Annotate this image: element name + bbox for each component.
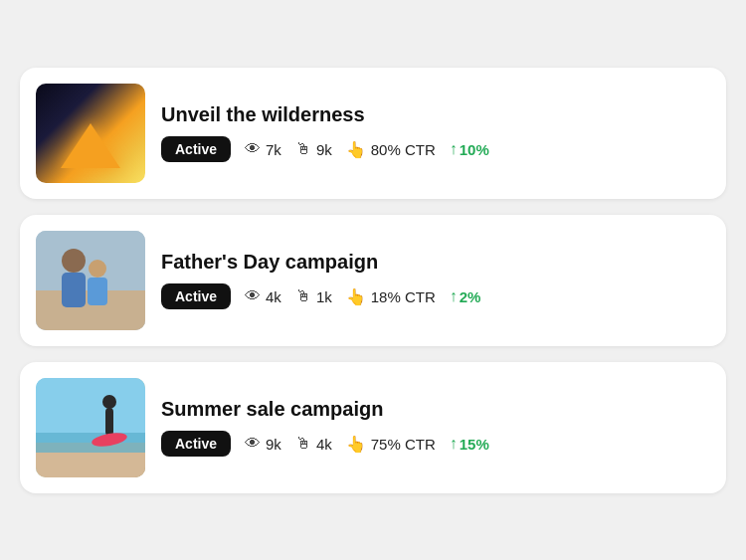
campaign-image-fathers-day bbox=[36, 231, 145, 330]
card-stats-summer-sale: Active 👁 9k 🖱 4k 👆 75% CTR 15% bbox=[161, 431, 710, 457]
card-stats-wilderness: Active 👁 7k 🖱 9k 👆 80% CTR 10% bbox=[161, 136, 710, 162]
trend-wilderness: 10% bbox=[450, 140, 489, 158]
eye-icon-2: 👁 bbox=[245, 287, 261, 305]
card-stats-fathers-day: Active 👁 4k 🖱 1k 👆 18% CTR 2% bbox=[161, 283, 710, 309]
ctr-stat-summer-sale: 👆 75% CTR bbox=[346, 435, 436, 454]
views-stat-wilderness: 👁 7k bbox=[245, 140, 281, 158]
touch-icon-2: 👆 bbox=[346, 287, 366, 306]
campaign-image-summer-sale bbox=[36, 378, 145, 477]
views-value-fathers-day: 4k bbox=[266, 288, 281, 305]
eye-icon: 👁 bbox=[245, 140, 261, 158]
cursor-icon-3: 🖱 bbox=[295, 435, 311, 453]
svg-point-5 bbox=[89, 260, 106, 278]
views-stat-fathers-day: 👁 4k bbox=[245, 287, 281, 305]
ctr-value-wilderness: 80% CTR bbox=[371, 141, 436, 158]
ctr-stat-wilderness: 👆 80% CTR bbox=[346, 140, 436, 159]
card-title-summer-sale: Summer sale campaign bbox=[161, 398, 710, 421]
campaign-image-wilderness bbox=[36, 84, 145, 183]
clicks-value-summer-sale: 4k bbox=[316, 436, 332, 453]
svg-rect-6 bbox=[88, 278, 107, 305]
status-badge-wilderness: Active bbox=[161, 136, 231, 162]
svg-point-11 bbox=[102, 395, 116, 409]
svg-rect-10 bbox=[105, 408, 113, 436]
views-value-wilderness: 7k bbox=[266, 141, 281, 158]
clicks-value-fathers-day: 1k bbox=[316, 288, 332, 305]
campaign-card-wilderness[interactable]: Unveil the wilderness Active 👁 7k 🖱 9k 👆… bbox=[20, 68, 726, 199]
svg-rect-4 bbox=[62, 273, 86, 307]
views-value-summer-sale: 9k bbox=[266, 436, 281, 453]
status-badge-summer-sale: Active bbox=[161, 431, 231, 457]
trend-summer-sale: 15% bbox=[450, 435, 489, 453]
touch-icon-3: 👆 bbox=[346, 435, 366, 454]
card-title-fathers-day: Father's Day campaign bbox=[161, 251, 710, 274]
ctr-value-summer-sale: 75% CTR bbox=[371, 436, 436, 453]
card-content-fathers-day: Father's Day campaign Active 👁 4k 🖱 1k 👆… bbox=[161, 251, 710, 309]
card-content-summer-sale: Summer sale campaign Active 👁 9k 🖱 4k 👆 … bbox=[161, 398, 710, 457]
ctr-value-fathers-day: 18% CTR bbox=[371, 288, 436, 305]
clicks-value-wilderness: 9k bbox=[316, 141, 332, 158]
eye-icon-3: 👁 bbox=[245, 435, 261, 453]
clicks-stat-wilderness: 🖱 9k bbox=[295, 140, 332, 158]
svg-point-3 bbox=[62, 249, 86, 273]
trend-fathers-day: 2% bbox=[450, 287, 481, 305]
card-content-wilderness: Unveil the wilderness Active 👁 7k 🖱 9k 👆… bbox=[161, 103, 710, 162]
clicks-stat-fathers-day: 🖱 1k bbox=[295, 287, 332, 305]
touch-icon: 👆 bbox=[346, 140, 366, 159]
clicks-stat-summer-sale: 🖱 4k bbox=[295, 435, 332, 453]
cursor-icon-2: 🖱 bbox=[295, 287, 311, 305]
card-title-wilderness: Unveil the wilderness bbox=[161, 103, 710, 126]
svg-rect-9 bbox=[36, 433, 145, 453]
campaign-card-summer-sale[interactable]: Summer sale campaign Active 👁 9k 🖱 4k 👆 … bbox=[20, 362, 726, 493]
cursor-icon: 🖱 bbox=[295, 140, 311, 158]
ctr-stat-fathers-day: 👆 18% CTR bbox=[346, 287, 436, 306]
status-badge-fathers-day: Active bbox=[161, 283, 231, 309]
campaign-card-fathers-day[interactable]: Father's Day campaign Active 👁 4k 🖱 1k 👆… bbox=[20, 215, 726, 346]
views-stat-summer-sale: 👁 9k bbox=[245, 435, 281, 453]
